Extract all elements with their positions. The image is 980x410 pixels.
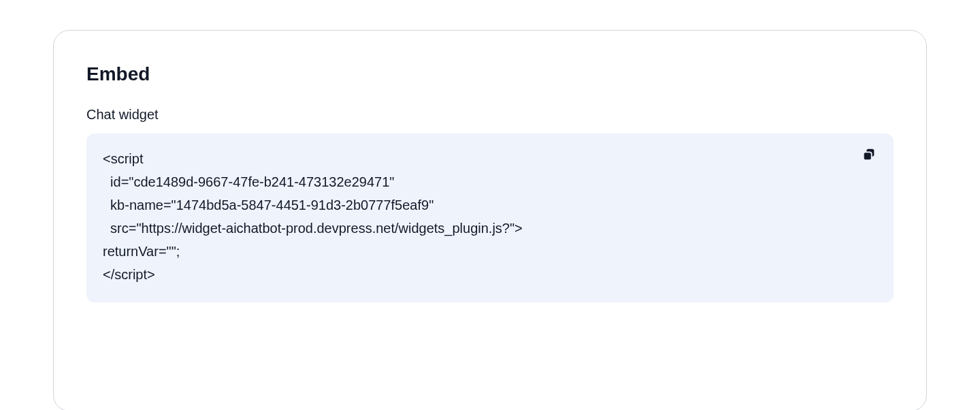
code-line: kb-name="1474bd5a-5847-4451-91d3-2b0777f… <box>103 198 434 212</box>
copy-button[interactable] <box>858 144 880 166</box>
code-line: id="cde1489d-9667-47fe-b241-473132e29471… <box>103 174 394 189</box>
code-content: <script id="cde1489d-9667-47fe-b241-4731… <box>103 147 877 286</box>
embed-card: Embed Chat widget <script id="cde1489d-9… <box>53 30 927 410</box>
copy-icon <box>862 147 877 164</box>
code-block: <script id="cde1489d-9667-47fe-b241-4731… <box>86 133 894 302</box>
code-line: </script> <box>103 267 155 282</box>
code-line: <script <box>103 151 143 166</box>
section-heading: Embed <box>86 63 894 85</box>
section-subtitle: Chat widget <box>86 107 894 123</box>
svg-rect-1 <box>864 152 872 160</box>
code-line: returnVar=""; <box>103 244 180 259</box>
code-line: src="https://widget-aichatbot-prod.devpr… <box>103 221 523 236</box>
